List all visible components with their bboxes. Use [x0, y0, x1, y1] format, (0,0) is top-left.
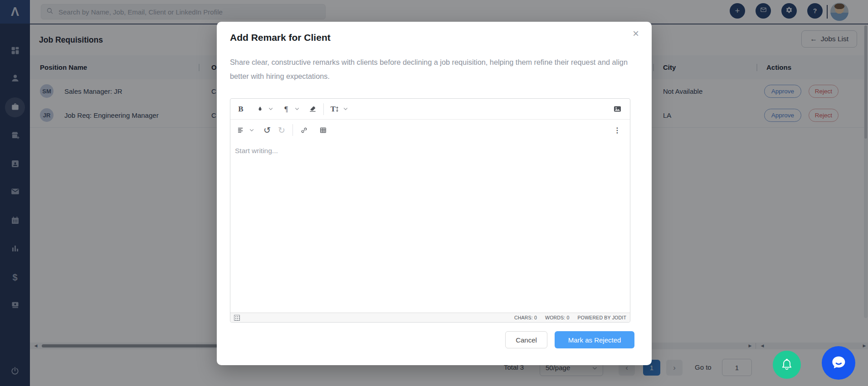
toolbar-separator [323, 103, 324, 115]
cancel-button[interactable]: Cancel [505, 331, 547, 348]
toolbar-separator [293, 124, 293, 136]
bell-icon [780, 357, 794, 372]
more-options-icon[interactable]: ⋮ [610, 123, 624, 137]
modal-description: Share clear, constructive remarks with c… [230, 55, 634, 83]
redo-icon[interactable]: ↻ [274, 123, 289, 137]
align-left-icon[interactable] [234, 123, 248, 137]
chars-count: CHARS: 0 [514, 315, 537, 320]
bold-button[interactable]: B [234, 102, 248, 116]
modal-title: Add Remark for Client [230, 32, 331, 43]
editor-placeholder: Start writing... [235, 147, 278, 154]
brush-dropdown-icon[interactable] [267, 102, 274, 116]
close-icon[interactable]: × [631, 26, 641, 41]
paragraph-dropdown-icon[interactable] [293, 102, 301, 116]
chat-bubble-icon [829, 353, 848, 373]
modal-footer: Cancel Mark as Rejected [505, 331, 634, 348]
paragraph-button[interactable]: ¶ [279, 102, 293, 116]
insert-table-icon[interactable] [316, 123, 330, 137]
editor-statusbar: CHARS: 0 WORDS: 0 POWERED BY JODIT [230, 313, 630, 322]
editor-content[interactable]: Start writing... [230, 140, 630, 313]
link-icon[interactable] [297, 123, 311, 137]
brush-icon[interactable] [253, 102, 267, 116]
rich-text-editor: B ¶ T ↺ ↻ ⋮ Star [230, 98, 630, 323]
editor-toolbar-row-2: ↺ ↻ ⋮ [230, 119, 630, 140]
notifications-button[interactable] [773, 351, 801, 379]
app-screen: Λ $ [0, 0, 868, 386]
font-size-button[interactable]: T [327, 102, 342, 116]
mark-as-rejected-button[interactable]: Mark as Rejected [555, 331, 634, 348]
add-remark-modal: × Add Remark for Client Share clear, con… [217, 22, 652, 365]
eraser-icon[interactable] [305, 102, 320, 116]
font-size-dropdown-icon[interactable] [342, 102, 349, 116]
editor-toolbar-row-1: B ¶ T [230, 99, 630, 119]
chat-button[interactable] [822, 346, 855, 380]
insert-image-icon[interactable] [610, 102, 624, 116]
align-dropdown-icon[interactable] [248, 123, 255, 137]
statusbar-grid-icon[interactable] [234, 315, 240, 321]
undo-icon[interactable]: ↺ [260, 123, 274, 137]
words-count: WORDS: 0 [545, 315, 570, 320]
powered-by-jodit: POWERED BY JODIT [578, 315, 626, 320]
